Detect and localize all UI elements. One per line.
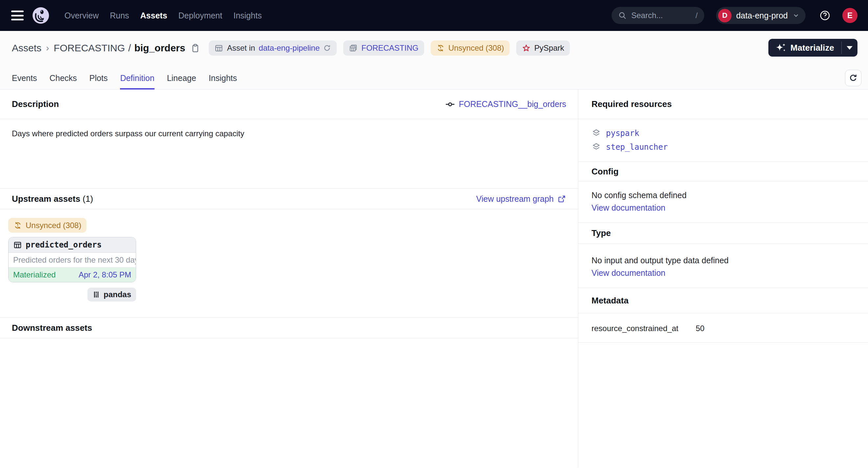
- nav-deployment[interactable]: Deployment: [179, 11, 222, 21]
- search-icon: [618, 11, 627, 20]
- upstream-unsynced-pill: Unsynced (308): [8, 218, 87, 233]
- upstream-section-title: Upstream assets (1): [12, 194, 93, 204]
- nav-overview[interactable]: Overview: [64, 11, 99, 21]
- layers-icon: [591, 142, 601, 152]
- compute-kind-tag-label: pandas: [103, 290, 131, 299]
- breadcrumb-assets-link[interactable]: Assets: [12, 42, 41, 54]
- view-upstream-graph-label: View upstream graph: [476, 194, 554, 204]
- definition-main-panel: Description FORECASTING__big_orders Days…: [0, 89, 578, 468]
- badge-unsynced[interactable]: Unsynced (308): [431, 40, 509, 56]
- tab-plots[interactable]: Plots: [89, 74, 108, 89]
- breadcrumb: Assets › FORECASTING / big_orders: [12, 42, 185, 54]
- resource-item[interactable]: pyspark: [591, 128, 855, 138]
- tab-definition[interactable]: Definition: [120, 74, 154, 89]
- job-definition-label: FORECASTING__big_orders: [459, 99, 566, 109]
- description-section-title: Description: [12, 99, 59, 109]
- breadcrumb-chevron: ›: [46, 43, 49, 53]
- materialization-time-link[interactable]: Apr 2, 8:05 PM: [79, 270, 131, 280]
- copy-icon[interactable]: [190, 43, 200, 53]
- config-section-body: No config schema defined View documentat…: [578, 181, 868, 223]
- search-input[interactable]: [631, 11, 691, 20]
- type-docs-link[interactable]: View documentation: [591, 268, 665, 278]
- breadcrumb-group-link[interactable]: FORECASTING: [54, 42, 125, 54]
- nav-insights[interactable]: Insights: [234, 11, 262, 21]
- config-section-title: Config: [591, 167, 618, 177]
- deployment-initial-badge: D: [718, 9, 732, 22]
- materialize-button[interactable]: Materialize: [768, 39, 841, 57]
- type-section-body: No input and output type data defined Vi…: [578, 244, 868, 288]
- type-section-title: Type: [591, 228, 611, 238]
- pyspark-star-icon: [522, 44, 531, 53]
- pandas-icon: [92, 291, 100, 298]
- materialized-status-label: Materialized: [13, 270, 56, 280]
- badge-asset-group[interactable]: FORECASTING: [343, 40, 424, 56]
- resource-item[interactable]: step_launcher: [591, 142, 855, 152]
- required-resources-title: Required resources: [591, 99, 672, 109]
- tab-lineage[interactable]: Lineage: [167, 74, 196, 89]
- refresh-icon: [848, 74, 858, 83]
- badge-compute-kind[interactable]: PySpark: [516, 40, 570, 56]
- layers-icon: [591, 128, 601, 138]
- upstream-unsynced-label: Unsynced (308): [26, 221, 81, 230]
- badge-compute-label: PySpark: [534, 43, 564, 53]
- metadata-key: resource_constrained_at: [591, 324, 696, 333]
- nav-assets[interactable]: Assets: [141, 11, 167, 21]
- config-empty-text: No config schema defined: [591, 191, 855, 200]
- user-avatar[interactable]: E: [842, 8, 858, 23]
- job-definition-link[interactable]: FORECASTING__big_orders: [445, 99, 566, 109]
- metadata-section-title: Metadata: [591, 296, 629, 306]
- help-icon[interactable]: [819, 10, 831, 21]
- badge-unsynced-label: Unsynced (308): [448, 43, 504, 53]
- asset-badges: Asset in data-eng-pipeline: [209, 40, 569, 56]
- downstream-section-title: Downstream assets: [12, 323, 92, 333]
- materialize-label: Materialize: [790, 43, 834, 53]
- job-icon: [445, 99, 455, 109]
- table-icon: [214, 44, 223, 53]
- search-shortcut-hint: /: [695, 11, 698, 20]
- resource-link[interactable]: pyspark: [606, 129, 639, 138]
- upstream-asset-card[interactable]: predicted_orders Predicted orders for th…: [8, 237, 136, 282]
- caret-down-icon: [847, 46, 852, 50]
- upstream-asset-description: Predicted orders for the next 30 day…: [8, 253, 136, 268]
- primary-nav: Overview Runs Assets Deployment Insights: [64, 11, 262, 21]
- menu-icon[interactable]: [11, 10, 24, 21]
- asset-header: Assets › FORECASTING / big_orders: [0, 31, 868, 89]
- refresh-button[interactable]: [845, 70, 861, 86]
- top-navigation-bar: Overview Runs Assets Deployment Insights…: [0, 0, 868, 31]
- asset-description-text: Days where predicted orders surpass our …: [0, 119, 578, 188]
- tab-insights[interactable]: Insights: [209, 74, 237, 89]
- materialize-split-button: Materialize: [768, 39, 858, 57]
- table-icon: [13, 241, 22, 250]
- materialize-dropdown-button[interactable]: [842, 39, 858, 57]
- view-upstream-graph-link[interactable]: View upstream graph: [476, 194, 566, 204]
- tab-events[interactable]: Events: [12, 74, 37, 89]
- metadata-value: 50: [696, 324, 705, 333]
- chevron-down-icon: [793, 12, 800, 19]
- type-empty-text: No input and output type data defined: [591, 256, 855, 265]
- asset-tabs: Events Checks Plots Definition Lineage I…: [12, 74, 237, 89]
- metadata-row: resource_constrained_at 50: [578, 313, 868, 343]
- asset-name: big_orders: [134, 42, 185, 54]
- breadcrumb-slash: /: [128, 42, 131, 54]
- table-group-icon: [349, 44, 358, 53]
- refresh-small-icon[interactable]: [323, 44, 331, 52]
- external-link-icon: [557, 195, 566, 203]
- badge-group-label[interactable]: FORECASTING: [361, 43, 418, 53]
- tab-checks[interactable]: Checks: [49, 74, 76, 89]
- deployment-name: data-eng-prod: [736, 11, 788, 21]
- badge-asset-in-job: Asset in data-eng-pipeline: [209, 40, 337, 56]
- config-docs-link[interactable]: View documentation: [591, 203, 665, 213]
- definition-sidebar: Required resources pyspark: [578, 89, 868, 468]
- nav-runs[interactable]: Runs: [110, 11, 129, 21]
- sync-warning-icon: [436, 44, 445, 52]
- sparkle-icon: [776, 43, 786, 53]
- deployment-switcher[interactable]: D data-eng-prod: [716, 7, 806, 24]
- required-resources-list: pyspark step_launcher: [578, 119, 868, 162]
- upstream-asset-name[interactable]: predicted_orders: [26, 240, 102, 250]
- compute-kind-tag[interactable]: pandas: [88, 288, 136, 301]
- search-box[interactable]: /: [612, 7, 704, 24]
- dagster-logo[interactable]: [32, 7, 49, 24]
- resource-link[interactable]: step_launcher: [606, 143, 668, 152]
- sync-warning-icon: [13, 221, 22, 230]
- job-link[interactable]: data-eng-pipeline: [259, 43, 319, 53]
